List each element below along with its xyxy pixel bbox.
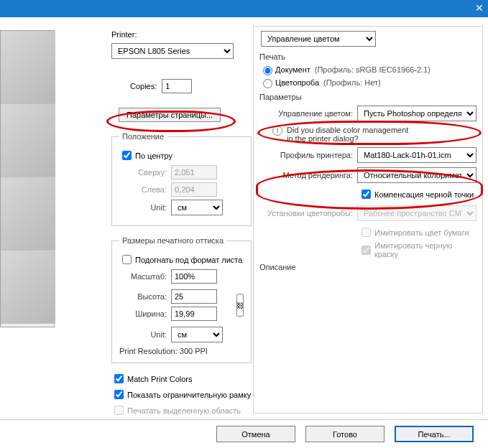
fit-media-checkbox[interactable] — [122, 255, 132, 264]
sim-paper-checkbox — [362, 228, 371, 237]
print-section-title: Печать — [259, 52, 477, 61]
scale-input[interactable] — [171, 269, 217, 284]
printer-profile-select[interactable]: Mat180-Lack-01h-01.icm — [357, 147, 477, 163]
printer-profile-label: Профиль принтера: — [259, 151, 353, 159]
button-bar: Отмена Готово Печать... — [0, 419, 488, 448]
position-unit-select[interactable]: см — [171, 200, 223, 215]
left-input — [171, 182, 217, 197]
render-label: Метод рендеринга: — [259, 171, 353, 179]
center-label: По центру — [135, 151, 172, 160]
description-area — [259, 274, 477, 309]
position-group: Положение По центру Сверху: Слева: Unit:… — [111, 132, 252, 226]
print-button[interactable]: Печать... — [395, 426, 474, 442]
document-label: Документ — [275, 65, 310, 74]
proof-label: Цветопроба — [275, 78, 319, 87]
document-radio[interactable] — [263, 66, 272, 75]
print-resolution-text: Print Resolution: 300 PPI — [119, 347, 244, 355]
color-mgmt-label: Управление цветом: — [259, 109, 353, 118]
left-label: Слева: — [119, 185, 167, 194]
print-selection-checkbox — [114, 406, 124, 415]
printsize-legend: Размеры печатного оттиска — [119, 236, 226, 245]
match-colors-checkbox[interactable] — [114, 374, 124, 383]
scale-label: Масштаб: — [119, 272, 167, 281]
document-profile: (Профиль: sRGB IEC61966-2.1) — [315, 65, 431, 74]
params-section-title: Параметры — [259, 93, 477, 101]
proof-setup-select: Рабочее пространство CMYK — [357, 205, 477, 221]
top-input — [171, 165, 217, 179]
warn-line2: in the printer dialog? — [287, 134, 408, 143]
cancel-button[interactable]: Отмена — [216, 426, 295, 442]
description-title: Описание — [259, 263, 477, 271]
show-bbox-checkbox[interactable] — [114, 390, 124, 399]
printsize-group: Размеры печатного оттиска Подогнать под … — [111, 236, 252, 363]
height-input[interactable] — [171, 289, 217, 304]
preview-thumb — [1, 251, 55, 324]
printer-select[interactable]: EPSON L805 Series — [111, 43, 234, 59]
proof-setup-label: Установки цветопробы: — [259, 209, 353, 218]
print-selection-label: Печатать выделенную область — [127, 406, 241, 415]
page-setup-button[interactable]: Параметры страницы... — [119, 108, 221, 122]
bpc-label: Компенсация черной точки — [374, 190, 474, 199]
warn-line1: Did you disable color management — [287, 126, 408, 134]
render-select[interactable]: Относительный колориметр... — [357, 167, 477, 183]
match-colors-label: Match Print Colors — [127, 375, 192, 383]
copies-input[interactable] — [162, 79, 192, 93]
printer-label: Printer: — [111, 30, 252, 39]
show-bbox-label: Показать ограничительную рамку — [127, 391, 251, 399]
unit2-label: Unit: — [119, 330, 167, 339]
done-button[interactable]: Готово — [305, 426, 385, 442]
sim-paper-label: Имитировать цвет бумаги — [374, 228, 469, 237]
height-label: Высота: — [119, 292, 167, 301]
link-icon[interactable]: ⛓ — [236, 294, 244, 317]
width-label: Ширина: — [119, 309, 167, 318]
panel-mode-select[interactable]: Управление цветом — [261, 31, 376, 47]
info-icon: ! — [272, 126, 282, 136]
width-input[interactable] — [171, 307, 217, 321]
preview-thumb — [1, 31, 55, 104]
unit-label: Unit: — [119, 203, 167, 212]
preview-thumb — [1, 104, 55, 177]
preview-thumb — [1, 177, 55, 251]
settings-middle: Printer: EPSON L805 Series Copies: Парам… — [111, 30, 252, 419]
close-icon[interactable]: ✕ — [475, 2, 484, 14]
sim-black-checkbox — [362, 246, 371, 255]
color-mgmt-select[interactable]: Пусть Photoshop определяет ... — [357, 106, 477, 121]
warning-text: ! Did you disable color management in th… — [272, 126, 477, 143]
sim-black-label: Имитировать черную краску — [374, 241, 477, 258]
top-label: Сверху: — [119, 168, 167, 177]
print-preview — [0, 30, 55, 327]
bpc-checkbox[interactable] — [362, 190, 371, 199]
proof-radio[interactable] — [263, 79, 272, 88]
center-checkbox[interactable] — [122, 151, 132, 160]
position-legend: Положение — [119, 132, 167, 141]
copies-label: Copies: — [130, 82, 157, 90]
printsize-unit-select[interactable]: см — [171, 327, 223, 342]
title-bar: ✕ — [0, 0, 488, 17]
color-management-panel: Управление цветом Печать Документ (Профи… — [253, 26, 483, 414]
proof-profile: (Профиль: Нет) — [323, 78, 381, 87]
fit-media-label: Подогнать под формат листа — [135, 256, 242, 264]
